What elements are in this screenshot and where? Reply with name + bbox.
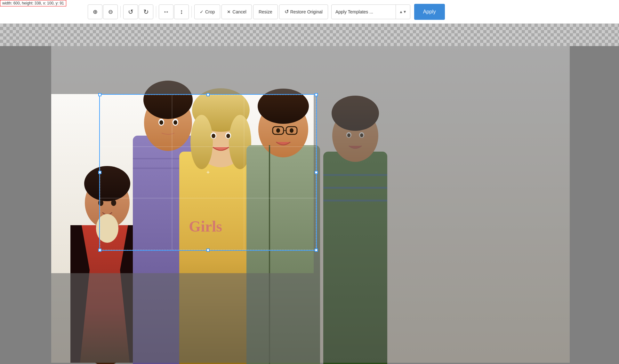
restore-icon: ↺ [285,9,289,15]
apply-label: Apply [423,9,436,14]
cancel-button[interactable]: ✕ Cancel [221,4,252,19]
flip-group: ↔ ↕ [159,4,189,19]
resize-button[interactable]: Resize [253,4,278,19]
dimension-badge: width: 600, height: 338, x: 100, y: 91 [0,0,66,6]
divider-3 [191,6,192,18]
crop-box[interactable]: + [99,94,317,251]
x-icon: ✕ [227,9,231,14]
redo-icon: ↻ [143,8,149,16]
flip-horizontal-icon: ↔ [163,8,169,15]
apply-templates-wrapper: Apply Templates ... ▲▼ [331,4,410,19]
crop-handle-top-left[interactable] [98,93,101,96]
apply-templates-select[interactable]: Apply Templates ... [332,5,396,19]
flip-vertical-icon: ↕ [180,8,183,15]
crop-center-crosshair: + [206,169,210,176]
toolbar: width: 600, height: 338, x: 100, y: 91 ⊕… [0,0,619,24]
crop-handle-top-center[interactable] [206,93,210,96]
select-arrow-icon[interactable]: ▲▼ [396,5,410,19]
zoom-out-icon: ⊖ [108,8,113,15]
svg-rect-47 [314,46,570,363]
crop-handle-bottom-center[interactable] [206,249,210,252]
cancel-label: Cancel [232,9,246,14]
zoom-group: ⊕ ⊖ [88,4,118,19]
crop-handle-bottom-left[interactable] [98,249,101,252]
crop-handle-bottom-right[interactable] [315,249,318,252]
checkmark-icon: ✓ [200,9,204,14]
undo-icon: ↺ [128,8,133,16]
dimension-text: width: 600, height: 338, x: 100, y: 91 [2,1,64,5]
crop-handle-top-right[interactable] [315,93,318,96]
svg-rect-48 [51,46,314,94]
transparency-checker [0,24,619,46]
crop-button[interactable]: ✓ Crop [194,4,220,19]
divider-1 [120,6,121,18]
crop-label: Crop [205,9,215,14]
svg-rect-49 [51,273,314,363]
zoom-in-icon: ⊕ [93,8,98,15]
undo-button[interactable]: ↺ [123,4,138,19]
history-group: ↺ ↻ [123,4,153,19]
flip-vertical-button[interactable]: ↕ [174,4,189,19]
restore-label: Restore Original [290,9,323,14]
crop-handle-middle-right[interactable] [315,171,318,174]
divider-2 [156,6,156,18]
crop-handle-middle-left[interactable] [98,171,101,174]
zoom-out-button[interactable]: ⊖ [103,4,118,19]
flip-horizontal-button[interactable]: ↔ [159,4,173,19]
redo-button[interactable]: ↻ [139,4,153,19]
resize-label: Resize [259,9,272,14]
canvas-area: Girls [0,24,619,364]
apply-button[interactable]: Apply [414,4,445,20]
restore-original-button[interactable]: ↺ Restore Original [279,4,328,19]
zoom-in-button[interactable]: ⊕ [88,4,102,19]
